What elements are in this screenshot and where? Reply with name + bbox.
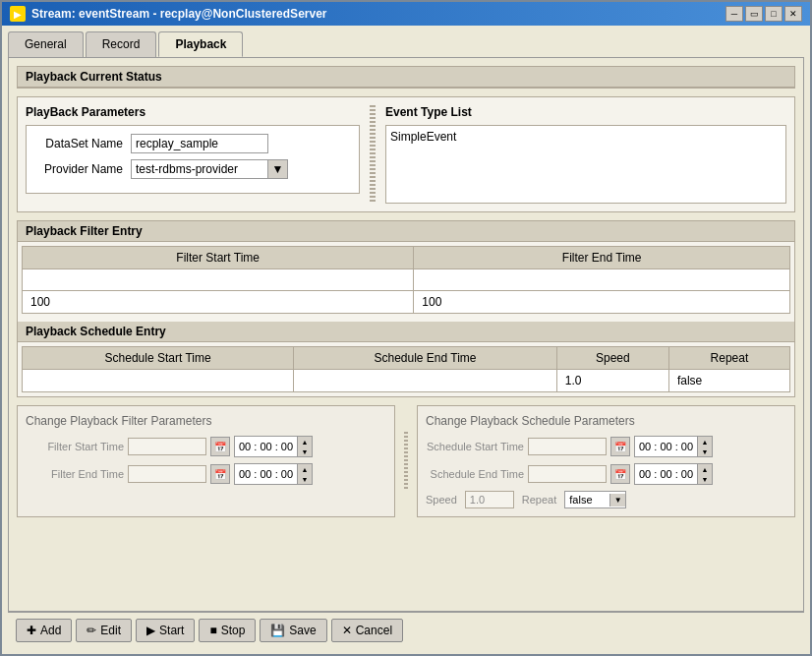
filter-row2-start: 100 <box>23 291 414 314</box>
schedule-start-spin-up[interactable]: ▲ <box>698 437 712 447</box>
provider-label: Provider Name <box>34 162 123 176</box>
schedule-table: Schedule Start Time Schedule End Time Sp… <box>22 346 790 392</box>
schedule-start-spin-down[interactable]: ▼ <box>698 447 712 456</box>
schedule-row1-repeat: false <box>668 370 789 392</box>
save-icon: 💾 <box>270 624 285 637</box>
add-label: Add <box>40 624 61 637</box>
dataset-row: DataSet Name <box>34 134 351 153</box>
schedule-start-time-value: 00 : 00 : 00 <box>635 439 697 454</box>
filter-end-label: Filter End Time <box>26 468 124 480</box>
filter-end-spin-btns: ▲ ▼ <box>297 464 312 484</box>
schedule-repeat-header: Repeat <box>668 347 789 370</box>
stop-button[interactable]: ■ Stop <box>199 619 256 642</box>
dataset-input[interactable] <box>131 134 268 153</box>
filter-end-date-input[interactable] <box>128 465 206 483</box>
schedule-entry-title: Playback Schedule Entry <box>18 322 794 342</box>
filter-start-spin-up[interactable]: ▲ <box>298 437 312 447</box>
schedule-start-date-input[interactable] <box>528 438 607 455</box>
repeat-select-arrow[interactable]: ▼ <box>609 494 625 507</box>
filter-row2-end: 100 <box>414 291 790 314</box>
cancel-button[interactable]: ✕ Cancel <box>331 619 403 642</box>
minimize-button[interactable]: ─ <box>725 6 743 22</box>
event-type-title: Event Type List <box>385 105 786 119</box>
filter-row-1 <box>23 269 790 291</box>
filter-start-header: Filter Start Time <box>23 247 414 269</box>
filter-entry-section: Playback Filter Entry Filter Start Time … <box>17 220 795 397</box>
event-list-item[interactable]: SimpleEvent <box>390 130 782 144</box>
title-bar-left: ▶ Stream: eventStream - recplay@NonClust… <box>10 6 327 22</box>
schedule-end-cal-button[interactable]: 📅 <box>610 464 630 484</box>
filter-row1-end <box>414 269 790 291</box>
schedule-end-spin-up[interactable]: ▲ <box>698 464 712 474</box>
filter-row-2[interactable]: 100 100 <box>23 291 790 314</box>
params-title: PlayBack Parameters <box>26 105 360 119</box>
change-schedule-title: Change Playback Schedule Parameters <box>426 414 786 428</box>
start-button[interactable]: ▶ Start <box>136 619 195 642</box>
save-label: Save <box>289 624 316 637</box>
schedule-row1-speed: 1.0 <box>556 370 668 392</box>
schedule-start-row: Schedule Start Time 📅 00 : 00 : 00 ▲ ▼ <box>426 436 786 457</box>
repeat-select[interactable]: false ▼ <box>564 491 626 508</box>
provider-select-arrow[interactable]: ▼ <box>267 160 287 178</box>
filter-table: Filter Start Time Filter End Time 100 <box>22 246 790 314</box>
window-title: Stream: eventStream - recplay@NonCluster… <box>31 7 327 21</box>
title-bar-controls: ─ ▭ □ ✕ <box>725 6 802 22</box>
schedule-row1-end <box>294 370 556 392</box>
maximize-button[interactable]: □ <box>765 6 783 22</box>
schedule-header-row: Schedule Start Time Schedule End Time Sp… <box>23 347 790 370</box>
tab-general[interactable]: General <box>8 31 84 57</box>
speed-label: Speed <box>426 494 457 506</box>
schedule-start-header: Schedule Start Time <box>23 347 294 370</box>
schedule-start-spin-btns: ▲ ▼ <box>697 437 712 456</box>
schedule-table-wrap: Schedule Start Time Schedule End Time Sp… <box>18 342 794 396</box>
speed-input[interactable] <box>465 491 514 508</box>
filter-end-cal-button[interactable]: 📅 <box>210 464 230 484</box>
filter-start-cal-button[interactable]: 📅 <box>210 437 230 456</box>
filter-start-spin-btns: ▲ ▼ <box>297 437 312 456</box>
edit-button[interactable]: ✏ Edit <box>76 619 132 642</box>
change-schedule-section: Change Playback Schedule Parameters Sche… <box>417 405 795 517</box>
schedule-row1-start <box>23 370 294 392</box>
change-params-row: Change Playback Filter Parameters Filter… <box>17 405 795 517</box>
tab-playback[interactable]: Playback <box>158 31 243 57</box>
filter-start-spin-down[interactable]: ▼ <box>298 447 312 456</box>
schedule-start-time-spin: 00 : 00 : 00 ▲ ▼ <box>634 436 713 457</box>
dataset-label: DataSet Name <box>34 137 123 150</box>
schedule-start-cal-button[interactable]: 📅 <box>610 437 630 456</box>
section-divider-line <box>404 432 408 491</box>
schedule-end-row: Schedule End Time 📅 00 : 00 : 00 ▲ ▼ <box>426 463 786 485</box>
playback-status-title: Playback Current Status <box>18 67 794 88</box>
speed-repeat-row: Speed Repeat false ▼ <box>426 491 786 508</box>
schedule-end-spin-down[interactable]: ▼ <box>698 474 712 484</box>
params-section: PlayBack Parameters DataSet Name Provide… <box>17 96 795 212</box>
params-event-row: PlayBack Parameters DataSet Name Provide… <box>18 97 794 211</box>
close-button[interactable]: ✕ <box>784 6 802 22</box>
add-icon: ✚ <box>27 624 36 637</box>
provider-row: Provider Name test-rdbms-provider ▼ <box>34 159 351 179</box>
filter-table-wrap: Filter Start Time Filter End Time 100 <box>18 242 794 318</box>
provider-select[interactable]: test-rdbms-provider ▼ <box>131 159 288 179</box>
edit-label: Edit <box>100 624 121 637</box>
add-button[interactable]: ✚ Add <box>16 619 72 642</box>
schedule-row-1[interactable]: 1.0 false <box>23 370 790 392</box>
filter-end-spin-up[interactable]: ▲ <box>298 464 312 474</box>
restore-button[interactable]: ▭ <box>745 6 763 22</box>
main-window: ▶ Stream: eventStream - recplay@NonClust… <box>0 0 812 656</box>
content-area: General Record Playback Playback Current… <box>2 26 810 654</box>
save-button[interactable]: 💾 Save <box>260 619 326 642</box>
filter-entry-title: Playback Filter Entry <box>18 221 794 242</box>
schedule-end-spin-btns: ▲ ▼ <box>697 464 712 484</box>
schedule-start-label: Schedule Start Time <box>426 441 524 452</box>
playback-params: PlayBack Parameters DataSet Name Provide… <box>26 105 360 204</box>
main-panel: Playback Current Status PlayBack Paramet… <box>8 57 804 612</box>
filter-start-time-value: 00 : 00 : 00 <box>235 439 297 454</box>
tab-record[interactable]: Record <box>86 31 157 57</box>
cancel-icon: ✕ <box>342 624 352 637</box>
filter-start-time-spin: 00 : 00 : 00 ▲ ▼ <box>234 436 313 457</box>
filter-start-date-input[interactable] <box>128 438 206 455</box>
schedule-end-date-input[interactable] <box>528 465 607 483</box>
title-bar: ▶ Stream: eventStream - recplay@NonClust… <box>2 2 810 26</box>
filter-end-spin-down[interactable]: ▼ <box>298 474 312 484</box>
section-divider <box>403 405 409 517</box>
edit-icon: ✏ <box>87 624 96 637</box>
